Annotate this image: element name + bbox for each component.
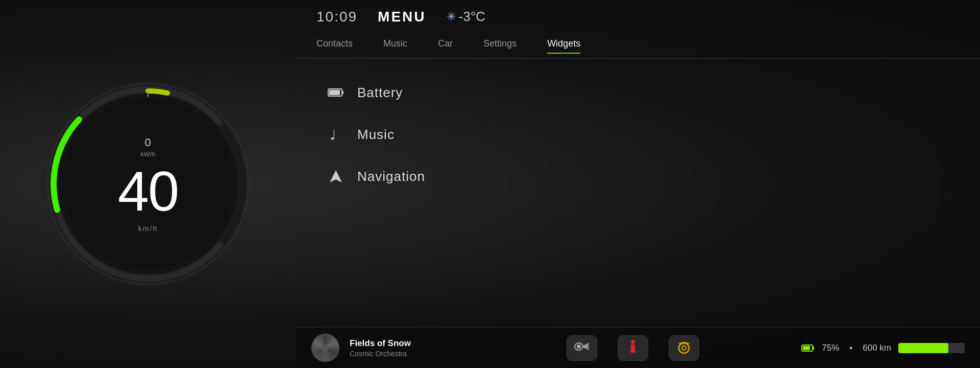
tab-contacts[interactable]: Contacts: [316, 38, 353, 53]
track-info: Fields of Snow Cosmic Orchestra: [350, 338, 411, 358]
tab-settings[interactable]: Settings: [483, 38, 517, 53]
svg-point-17: [577, 344, 581, 349]
album-art: [311, 334, 339, 362]
tab-widgets[interactable]: Widgets: [547, 38, 580, 53]
speedometer: 0 kW/h 40 km/h: [41, 77, 255, 291]
track-artist: Cosmic Orchestra: [350, 350, 411, 358]
headlight-icon: [574, 341, 590, 355]
temperature: -3°C: [459, 9, 485, 25]
power-unit: kW/h: [97, 150, 199, 158]
svg-text:♩: ♩: [330, 127, 336, 142]
snowflake-icon: ✳: [447, 10, 456, 24]
left-panel: 0 kW/h 40 km/h: [0, 0, 296, 368]
speed-value: 40: [97, 163, 199, 219]
weather-display: ✳ -3°C: [447, 9, 485, 25]
navigation-icon: [327, 167, 345, 186]
svg-point-23: [682, 346, 686, 350]
clock: 10:09: [316, 9, 357, 25]
top-bar: 10:09 MENU ✳ -3°C: [296, 0, 980, 33]
svg-point-18: [631, 340, 635, 344]
status-icons: !: [475, 335, 791, 361]
battery-percent: 75%: [822, 343, 839, 353]
headlight-button[interactable]: [567, 335, 597, 361]
battery-bar-fill: [898, 343, 948, 353]
svg-marker-11: [330, 170, 342, 182]
battery-small-icon: [801, 344, 815, 352]
svg-rect-21: [630, 351, 635, 353]
svg-rect-9: [329, 90, 340, 95]
svg-rect-26: [813, 347, 814, 350]
widget-item-navigation[interactable]: Navigation: [316, 158, 960, 195]
battery-status: 75% • 600 km: [791, 343, 965, 353]
now-playing: Fields of Snow Cosmic Orchestra: [311, 334, 475, 362]
widget-music-label: Music: [357, 127, 395, 143]
tire-pressure-icon: !: [676, 340, 692, 356]
battery-bar: [898, 343, 965, 353]
svg-rect-27: [803, 346, 810, 350]
tire-pressure-button[interactable]: !: [669, 335, 699, 361]
seatbelt-warning-icon: [627, 339, 639, 357]
tab-music[interactable]: Music: [383, 38, 407, 53]
widget-item-battery[interactable]: Battery: [316, 74, 960, 111]
app-container: 0 kW/h 40 km/h 10:09 MENU ✳ -3°C Contact…: [0, 0, 980, 368]
power-value: 0: [97, 136, 199, 149]
track-name: Fields of Snow: [350, 338, 411, 349]
music-note-icon: ♩: [327, 125, 345, 144]
battery-range: 600 km: [863, 343, 891, 353]
widget-battery-label: Battery: [357, 85, 403, 101]
nav-tabs: Contacts Music Car Settings Widgets: [296, 33, 980, 59]
speed-unit: km/h: [97, 224, 199, 233]
menu-label: MENU: [378, 9, 426, 25]
battery-separator: •: [849, 343, 852, 353]
tab-car[interactable]: Car: [438, 38, 453, 53]
widget-navigation-label: Navigation: [357, 169, 425, 185]
battery-icon: [327, 83, 345, 102]
widget-item-music[interactable]: ♩ Music: [316, 116, 960, 153]
speedometer-values: 0 kW/h 40 km/h: [97, 136, 199, 233]
svg-rect-8: [342, 91, 344, 94]
seatbelt-button[interactable]: [618, 335, 648, 361]
bottom-bar: Fields of Snow Cosmic Orchestra: [296, 327, 980, 368]
svg-point-22: [679, 343, 689, 353]
widget-menu: Battery ♩ Music Navigation: [296, 59, 980, 327]
right-panel: 10:09 MENU ✳ -3°C Contacts Music Car Set…: [296, 0, 980, 368]
